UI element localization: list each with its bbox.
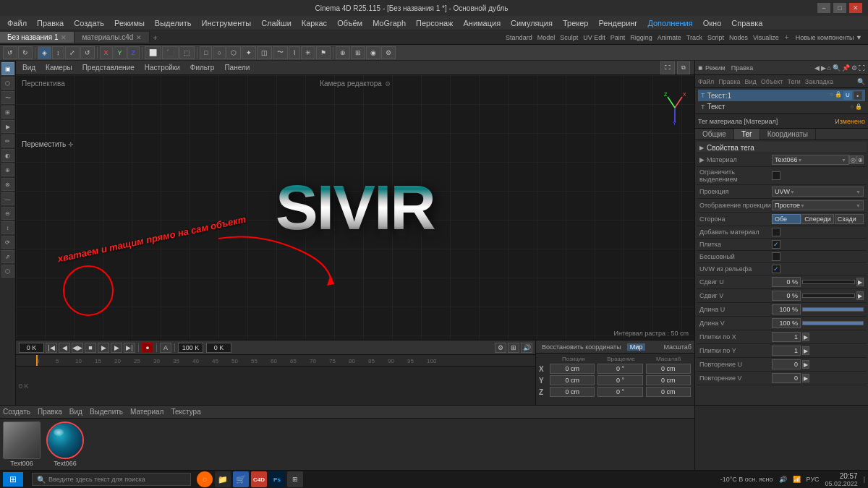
taskbar-show-desktop[interactable]: | [864, 476, 865, 483]
mat-menu-view[interactable]: Вид [69, 408, 82, 416]
tab-untitled[interactable]: Без названия 1 ✕ [0, 32, 75, 43]
timeline-options3[interactable]: 🔊 [521, 343, 532, 353]
settings-button[interactable]: ⚙ [381, 46, 396, 59]
menu-slides[interactable]: Слайши [257, 18, 296, 28]
menu-animation[interactable]: Анимация [459, 18, 505, 28]
mode-add[interactable]: + [782, 33, 792, 41]
timeline-options1[interactable]: ⚙ [495, 343, 506, 353]
sidebar-x3-icon[interactable]: — [1, 192, 14, 205]
tree-lock1-icon[interactable]: 🔒 [835, 91, 842, 100]
close-button[interactable]: ✕ [849, 3, 862, 13]
new-components-button[interactable]: Новые компоненты ▼ [793, 34, 865, 41]
props-collapse-icon[interactable]: ▶ [699, 145, 704, 151]
rp-nav-back[interactable]: ◀ [814, 64, 820, 72]
timeline-record[interactable]: ● [142, 343, 153, 353]
menu-file[interactable]: Файл [3, 18, 31, 28]
rp-mode-btn[interactable]: Режим [705, 64, 726, 72]
taskbar-icon-photoshop[interactable]: Ps [269, 471, 285, 487]
mode-animate[interactable]: Animate [655, 34, 684, 41]
vp-menu-cameras[interactable]: Камеры [43, 64, 75, 72]
taskbar-icon-store[interactable]: 🛒 [233, 471, 249, 487]
obj-spline[interactable]: 〜 [273, 46, 288, 59]
vp-fullscreen[interactable]: ⛶ [660, 61, 675, 74]
rp-edit-btn[interactable]: Правка [731, 64, 753, 72]
axis-z[interactable]: Z [127, 46, 140, 59]
menu-tools[interactable]: Инструменты [197, 18, 256, 28]
prop-uvw-relief-check[interactable]: ✓ [772, 265, 780, 273]
prop-repeat-v-input[interactable]: 0 [772, 373, 801, 383]
tab-untitled-close[interactable]: ✕ [61, 34, 67, 41]
rp-search-icon[interactable]: 🔍 [833, 64, 841, 72]
sidebar-x8-icon[interactable]: ⬡ [1, 265, 14, 278]
prop-len-u-input[interactable]: 100 % [772, 304, 801, 314]
viewport[interactable]: Перспектива Камера редактора ⚙ X Z Y [16, 75, 694, 340]
cam-settings-icon[interactable]: ⚙ [385, 80, 391, 87]
menu-render[interactable]: Рендеринг [594, 18, 642, 28]
coord-rot-y[interactable]: 0 ° [597, 375, 642, 385]
menu-select[interactable]: Выделить [150, 18, 196, 28]
timeline-preview-end[interactable] [206, 343, 231, 353]
timeline-play[interactable]: ▶ [98, 343, 109, 353]
rp-tag-btn[interactable]: Теги [788, 78, 801, 85]
timeline-prev-key[interactable]: |◀ [46, 343, 57, 353]
timeline-start-frame[interactable] [19, 343, 44, 353]
coord-pos-x[interactable]: 0 cm [550, 364, 595, 374]
coord-scale-y[interactable]: 0 cm [646, 375, 691, 385]
mat-menu-texture[interactable]: Текстура [171, 408, 200, 416]
prop-projection-value[interactable]: UVW ▼ [772, 187, 864, 197]
coord-scale-x[interactable]: 0 cm [646, 364, 691, 374]
sivir-3d-object[interactable]: SIVIR SIVIR [276, 171, 435, 244]
prop-side-back[interactable]: Сзади [835, 214, 864, 224]
timeline-options2[interactable]: ⊞ [508, 343, 519, 353]
prop-tile-y-btn[interactable]: ▶ [802, 346, 809, 355]
taskbar-lang-label[interactable]: РУС [807, 476, 820, 483]
vp-menu-view[interactable]: Вид [20, 64, 38, 72]
taskbar-icon-explorer[interactable]: 📁 [215, 471, 231, 487]
mat-menu-edit[interactable]: Правка [38, 408, 62, 416]
sidebar-x2-icon[interactable]: ⊗ [1, 178, 14, 191]
prop-shift-v-input[interactable]: 0 % [772, 291, 801, 301]
prop-repeat-u-input[interactable]: 0 [772, 359, 801, 369]
mode-paint[interactable]: Paint [608, 34, 628, 41]
vp-menu-settings[interactable]: Настройки [142, 64, 182, 72]
menu-window[interactable]: Окно [699, 18, 726, 28]
prop-tab-general[interactable]: Общие [695, 129, 734, 140]
timeline-next-key[interactable]: ▶| [124, 343, 135, 353]
tab-materials-close[interactable]: ✕ [136, 34, 142, 41]
rp-view-btn[interactable]: Вид [745, 78, 757, 85]
prop-tile-x-input[interactable]: 1 [772, 332, 801, 342]
mode-model[interactable]: Model [535, 34, 558, 41]
coord-world-btn[interactable]: Мир [627, 343, 646, 351]
maximize-button[interactable]: □ [833, 3, 846, 13]
timeline-end-frame[interactable] [178, 343, 203, 353]
timeline-playhead[interactable] [36, 355, 38, 366]
obj-tag[interactable]: ⚑ [316, 46, 331, 59]
rp-expand-icon[interactable]: ⛶ [859, 64, 865, 72]
undo-button[interactable]: ↺ [3, 46, 17, 59]
vp-menu-panels[interactable]: Панели [222, 64, 252, 72]
prop-material-btn2[interactable]: ⊕ [856, 155, 864, 164]
sidebar-anim-icon[interactable]: ▶ [1, 120, 14, 133]
rp-pin-icon[interactable]: 📌 [842, 64, 850, 72]
tree-color1[interactable]: ▪ [854, 91, 862, 100]
timeline-step-fwd[interactable]: ▶ [111, 343, 122, 353]
obj-sphere[interactable]: ○ [213, 46, 225, 59]
tree-vis1-icon[interactable]: ○ [830, 91, 833, 100]
taskbar-icon-browser[interactable]: ○ [197, 471, 213, 487]
sidebar-sculpt-icon[interactable]: ◐ [1, 149, 14, 162]
obj-camera[interactable]: ◫ [257, 46, 272, 59]
vp-menu-represent[interactable]: Представление [80, 64, 137, 72]
menu-character[interactable]: Персонаж [412, 18, 457, 28]
timeline-stop[interactable]: ■ [85, 343, 96, 353]
rotate-button[interactable]: ↺ [80, 46, 95, 59]
menu-help[interactable]: Справка [727, 18, 767, 28]
timeline-content[interactable]: 0 K [16, 367, 535, 405]
tree-item-text2[interactable]: T Текст ○ 🔒 [698, 101, 865, 112]
prop-repeat-v-btn[interactable]: ▶ [802, 374, 809, 382]
move-button[interactable]: ↕ [52, 46, 64, 59]
prop-material-value[interactable]: Text066 ▼ [772, 155, 849, 165]
taskbar-volume-icon[interactable]: 🔊 [779, 476, 787, 483]
coord-restore-btn[interactable]: Восстановить координаты [539, 343, 624, 351]
prop-tile-check[interactable]: ✓ [772, 240, 780, 249]
minimize-button[interactable]: − [817, 3, 830, 13]
